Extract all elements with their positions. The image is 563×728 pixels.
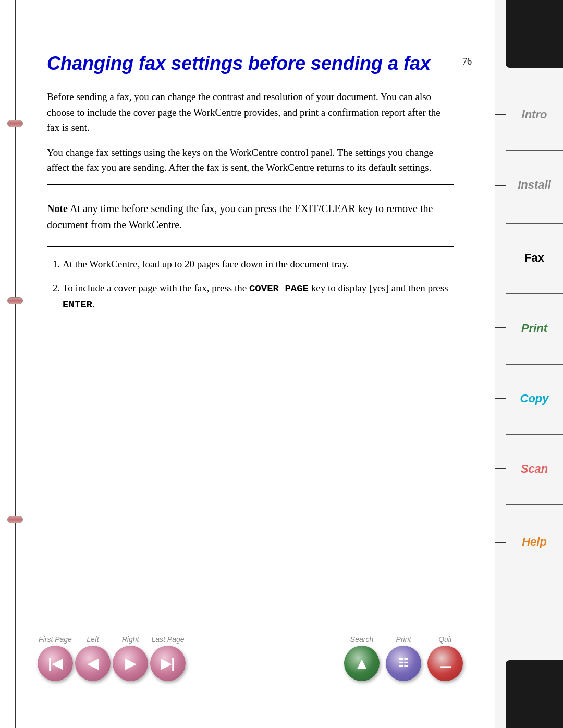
sidebar-tab-scan-label: Scan <box>521 462 548 476</box>
sidebar-tab-copy[interactable]: Copy <box>506 365 563 433</box>
instructions-list: At the WorkCentre, load up to 20 pages f… <box>63 256 454 313</box>
cover-page-key: COVER PAGE <box>249 283 309 294</box>
nav-item-first: First Page |◀ <box>38 635 73 681</box>
sidebar-tab-intro-label: Intro <box>522 108 547 121</box>
first-page-icon: |◀ <box>48 656 62 672</box>
nav-bar: First Page |◀ Left ◀ Right ▶ Last Page ▶… <box>36 635 464 681</box>
list-item-1-text: At the WorkCentre, load up to 20 pages f… <box>63 258 349 269</box>
sidebar-tab-fax-label: Fax <box>524 251 544 265</box>
note-text: Note At any time before sending the fax,… <box>47 201 454 233</box>
nav-item-right: Right ▶ <box>113 635 148 681</box>
nav-item-quit: Quit ⚊ <box>427 635 463 681</box>
search-icon: ▲ <box>354 655 370 672</box>
binding <box>0 0 31 728</box>
binding-pin-3 <box>7 516 23 523</box>
sidebar-tab-help[interactable]: Help <box>506 508 563 576</box>
sidebar-tab-print[interactable]: Print <box>506 294 563 362</box>
nav-item-search: Search ▲ <box>344 635 380 681</box>
left-icon: ◀ <box>88 656 98 672</box>
left-label: Left <box>87 635 99 644</box>
sidebar-bottom-bar <box>506 660 563 728</box>
left-button[interactable]: ◀ <box>75 646 111 681</box>
print-button[interactable]: ☷ <box>386 646 421 681</box>
sidebar-tab-fax[interactable]: Fax <box>506 224 563 292</box>
quit-label: Quit <box>438 635 452 644</box>
divider-top <box>47 184 454 185</box>
nav-item-left: Left ◀ <box>75 635 111 681</box>
paragraph-2: You change fax settings using the keys o… <box>47 145 454 176</box>
nav-item-print: Print ☷ <box>386 635 421 681</box>
quit-icon: ⚊ <box>439 656 451 672</box>
right-button[interactable]: ▶ <box>113 646 148 681</box>
main-content: Changing fax settings before sending a f… <box>36 52 464 322</box>
last-page-icon: ▶| <box>161 656 175 672</box>
print-nav-label: Print <box>396 635 411 644</box>
tab-connector-help <box>495 542 506 543</box>
tab-connector-print <box>495 327 506 328</box>
note-body: At any time before sending the fax, you … <box>47 203 433 230</box>
page-heading: Changing fax settings before sending a f… <box>47 52 454 75</box>
tab-connector-install <box>495 185 506 186</box>
search-button[interactable]: ▲ <box>344 646 380 681</box>
enter-key: ENTER <box>63 299 92 311</box>
sidebar-tab-install[interactable]: Install <box>506 151 563 219</box>
list-item-1: At the WorkCentre, load up to 20 pages f… <box>63 256 454 272</box>
paragraph-1: Before sending a fax, you can change the… <box>47 89 454 135</box>
last-page-button[interactable]: ▶| <box>150 646 186 681</box>
print-icon: ☷ <box>398 657 409 670</box>
quit-button[interactable]: ⚊ <box>427 646 463 681</box>
tab-connector-intro <box>495 114 506 115</box>
sidebar-tab-print-label: Print <box>521 322 547 335</box>
list-item-2-text: To include a cover page with the fax, pr… <box>63 282 448 310</box>
sidebar-divider-scan <box>506 504 563 505</box>
last-page-label: Last Page <box>151 635 184 644</box>
sidebar: Intro Install Fax Print Copy Scan Help <box>495 0 563 728</box>
sidebar-tab-copy-label: Copy <box>520 392 549 405</box>
sidebar-tab-help-label: Help <box>522 535 547 549</box>
tab-connector-scan <box>495 468 506 469</box>
nav-item-last: Last Page ▶| <box>150 635 186 681</box>
tab-connector-copy <box>495 398 506 399</box>
sidebar-tab-install-label: Install <box>518 178 551 192</box>
first-page-label: First Page <box>39 635 72 644</box>
right-label: Right <box>122 635 139 644</box>
sidebar-top-bar <box>506 0 563 68</box>
binding-line <box>15 0 16 728</box>
note-box: Note At any time before sending the fax,… <box>47 193 454 238</box>
sidebar-tab-intro[interactable]: Intro <box>506 81 563 149</box>
list-item-2: To include a cover page with the fax, pr… <box>63 280 454 313</box>
first-page-button[interactable]: |◀ <box>38 646 73 681</box>
search-label: Search <box>350 635 373 644</box>
right-icon: ▶ <box>125 656 136 672</box>
sidebar-tab-scan[interactable]: Scan <box>506 435 563 503</box>
note-label: Note <box>47 203 68 214</box>
divider-bottom <box>47 246 454 247</box>
binding-pin-1 <box>7 120 23 127</box>
binding-pin-2 <box>7 297 23 304</box>
